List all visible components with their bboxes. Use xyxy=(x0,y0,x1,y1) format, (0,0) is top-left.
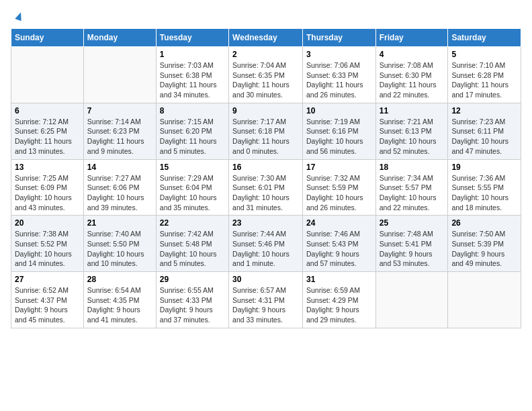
day-info: Sunrise: 6:59 AMSunset: 4:29 PMDaylight:… xyxy=(306,285,372,325)
day-cell: 17Sunrise: 7:32 AMSunset: 5:59 PMDayligh… xyxy=(302,159,375,216)
day-number: 5 xyxy=(451,50,517,59)
day-number: 17 xyxy=(306,163,372,172)
day-number: 15 xyxy=(160,163,225,172)
day-info: Sunrise: 7:15 AMSunset: 6:20 PMDaylight:… xyxy=(160,117,225,156)
day-info: Sunrise: 7:30 AMSunset: 6:01 PMDaylight:… xyxy=(232,173,299,213)
day-cell: 16Sunrise: 7:30 AMSunset: 6:01 PMDayligh… xyxy=(229,159,303,216)
day-cell: 27Sunrise: 6:52 AMSunset: 4:37 PMDayligh… xyxy=(11,272,84,328)
day-cell: 23Sunrise: 7:44 AMSunset: 5:46 PMDayligh… xyxy=(229,216,303,272)
svg-marker-0 xyxy=(15,11,24,21)
day-cell: 9Sunrise: 7:17 AMSunset: 6:18 PMDaylight… xyxy=(229,103,303,159)
day-cell: 20Sunrise: 7:38 AMSunset: 5:52 PMDayligh… xyxy=(11,216,84,272)
day-info: Sunrise: 6:55 AMSunset: 4:33 PMDaylight:… xyxy=(160,285,225,325)
day-info: Sunrise: 7:44 AMSunset: 5:46 PMDaylight:… xyxy=(232,229,299,269)
calendar-table: SundayMondayTuesdayWednesdayThursdayFrid… xyxy=(11,28,521,328)
day-number: 12 xyxy=(451,106,517,116)
day-cell: 15Sunrise: 7:29 AMSunset: 6:04 PMDayligh… xyxy=(156,159,228,216)
day-cell: 24Sunrise: 7:46 AMSunset: 5:43 PMDayligh… xyxy=(302,216,375,272)
day-number: 18 xyxy=(380,163,445,172)
day-info: Sunrise: 7:06 AMSunset: 6:33 PMDaylight:… xyxy=(306,60,372,100)
day-number: 25 xyxy=(380,218,445,228)
day-number: 1 xyxy=(160,50,225,59)
day-info: Sunrise: 7:32 AMSunset: 5:59 PMDaylight:… xyxy=(306,173,372,213)
day-info: Sunrise: 7:12 AMSunset: 6:25 PMDaylight:… xyxy=(15,117,80,156)
col-header-wednesday: Wednesday xyxy=(229,29,303,47)
page-header xyxy=(11,11,521,23)
day-number: 31 xyxy=(306,275,372,284)
day-cell xyxy=(83,47,156,103)
day-number: 20 xyxy=(15,218,80,228)
day-info: Sunrise: 7:36 AMSunset: 5:55 PMDaylight:… xyxy=(451,173,517,213)
day-cell: 22Sunrise: 7:42 AMSunset: 5:48 PMDayligh… xyxy=(156,216,228,272)
day-info: Sunrise: 7:42 AMSunset: 5:48 PMDaylight:… xyxy=(160,229,225,269)
day-number: 3 xyxy=(306,50,372,59)
day-number: 21 xyxy=(87,218,152,228)
day-cell: 28Sunrise: 6:54 AMSunset: 4:35 PMDayligh… xyxy=(83,272,156,328)
day-info: Sunrise: 7:19 AMSunset: 6:16 PMDaylight:… xyxy=(306,117,372,156)
day-info: Sunrise: 7:34 AMSunset: 5:57 PMDaylight:… xyxy=(380,173,445,213)
day-cell: 21Sunrise: 7:40 AMSunset: 5:50 PMDayligh… xyxy=(83,216,156,272)
day-cell: 6Sunrise: 7:12 AMSunset: 6:25 PMDaylight… xyxy=(11,103,84,159)
day-cell: 30Sunrise: 6:57 AMSunset: 4:31 PMDayligh… xyxy=(229,272,303,328)
day-cell: 4Sunrise: 7:08 AMSunset: 6:30 PMDaylight… xyxy=(375,47,448,103)
day-number: 9 xyxy=(232,106,299,116)
day-info: Sunrise: 7:29 AMSunset: 6:04 PMDaylight:… xyxy=(160,173,225,213)
day-number: 28 xyxy=(87,275,152,284)
day-cell: 26Sunrise: 7:50 AMSunset: 5:39 PMDayligh… xyxy=(448,216,521,272)
col-header-sunday: Sunday xyxy=(11,29,84,47)
day-cell: 18Sunrise: 7:34 AMSunset: 5:57 PMDayligh… xyxy=(375,159,448,216)
day-cell xyxy=(11,47,84,103)
day-cell: 5Sunrise: 7:10 AMSunset: 6:28 PMDaylight… xyxy=(448,47,521,103)
day-cell: 7Sunrise: 7:14 AMSunset: 6:23 PMDaylight… xyxy=(83,103,156,159)
day-info: Sunrise: 7:23 AMSunset: 6:11 PMDaylight:… xyxy=(451,117,517,156)
week-row-2: 6Sunrise: 7:12 AMSunset: 6:25 PMDaylight… xyxy=(11,103,521,159)
day-cell xyxy=(375,272,448,328)
day-cell: 29Sunrise: 6:55 AMSunset: 4:33 PMDayligh… xyxy=(156,272,228,328)
day-info: Sunrise: 7:25 AMSunset: 6:09 PMDaylight:… xyxy=(15,173,80,213)
day-info: Sunrise: 7:46 AMSunset: 5:43 PMDaylight:… xyxy=(306,229,372,269)
day-info: Sunrise: 6:52 AMSunset: 4:37 PMDaylight:… xyxy=(15,285,80,325)
day-info: Sunrise: 7:17 AMSunset: 6:18 PMDaylight:… xyxy=(232,117,299,156)
day-info: Sunrise: 7:38 AMSunset: 5:52 PMDaylight:… xyxy=(15,229,80,269)
day-number: 22 xyxy=(160,218,225,228)
day-cell: 1Sunrise: 7:03 AMSunset: 6:38 PMDaylight… xyxy=(156,47,228,103)
day-number: 27 xyxy=(15,275,80,284)
day-cell: 8Sunrise: 7:15 AMSunset: 6:20 PMDaylight… xyxy=(156,103,228,159)
day-cell: 3Sunrise: 7:06 AMSunset: 6:33 PMDaylight… xyxy=(302,47,375,103)
day-cell: 19Sunrise: 7:36 AMSunset: 5:55 PMDayligh… xyxy=(448,159,521,216)
day-cell: 12Sunrise: 7:23 AMSunset: 6:11 PMDayligh… xyxy=(448,103,521,159)
day-info: Sunrise: 7:04 AMSunset: 6:35 PMDaylight:… xyxy=(232,60,299,100)
day-cell: 25Sunrise: 7:48 AMSunset: 5:41 PMDayligh… xyxy=(375,216,448,272)
day-info: Sunrise: 7:03 AMSunset: 6:38 PMDaylight:… xyxy=(160,60,225,100)
day-info: Sunrise: 7:48 AMSunset: 5:41 PMDaylight:… xyxy=(380,229,445,269)
day-number: 26 xyxy=(451,218,517,228)
day-cell: 31Sunrise: 6:59 AMSunset: 4:29 PMDayligh… xyxy=(302,272,375,328)
week-row-3: 13Sunrise: 7:25 AMSunset: 6:09 PMDayligh… xyxy=(11,159,521,216)
day-cell: 13Sunrise: 7:25 AMSunset: 6:09 PMDayligh… xyxy=(11,159,84,216)
col-header-saturday: Saturday xyxy=(448,29,521,47)
day-info: Sunrise: 7:40 AMSunset: 5:50 PMDaylight:… xyxy=(87,229,152,269)
day-number: 16 xyxy=(232,163,299,172)
week-row-4: 20Sunrise: 7:38 AMSunset: 5:52 PMDayligh… xyxy=(11,216,521,272)
day-number: 7 xyxy=(87,106,152,116)
header-row: SundayMondayTuesdayWednesdayThursdayFrid… xyxy=(11,29,521,47)
col-header-thursday: Thursday xyxy=(302,29,375,47)
day-number: 23 xyxy=(232,218,299,228)
col-header-tuesday: Tuesday xyxy=(156,29,228,47)
day-number: 14 xyxy=(87,163,152,172)
logo-text-block xyxy=(11,11,27,23)
day-number: 8 xyxy=(160,106,225,116)
day-info: Sunrise: 7:14 AMSunset: 6:23 PMDaylight:… xyxy=(87,117,152,156)
logo-arrow-icon xyxy=(12,8,27,23)
day-info: Sunrise: 7:21 AMSunset: 6:13 PMDaylight:… xyxy=(380,117,445,156)
week-row-5: 27Sunrise: 6:52 AMSunset: 4:37 PMDayligh… xyxy=(11,272,521,328)
day-info: Sunrise: 7:10 AMSunset: 6:28 PMDaylight:… xyxy=(451,60,517,100)
day-number: 24 xyxy=(306,218,372,228)
day-number: 30 xyxy=(232,275,299,284)
day-number: 11 xyxy=(380,106,445,116)
day-info: Sunrise: 7:27 AMSunset: 6:06 PMDaylight:… xyxy=(87,173,152,213)
week-row-1: 1Sunrise: 7:03 AMSunset: 6:38 PMDaylight… xyxy=(11,47,521,103)
day-cell: 10Sunrise: 7:19 AMSunset: 6:16 PMDayligh… xyxy=(302,103,375,159)
day-info: Sunrise: 6:57 AMSunset: 4:31 PMDaylight:… xyxy=(232,285,299,325)
day-info: Sunrise: 7:50 AMSunset: 5:39 PMDaylight:… xyxy=(451,229,517,269)
